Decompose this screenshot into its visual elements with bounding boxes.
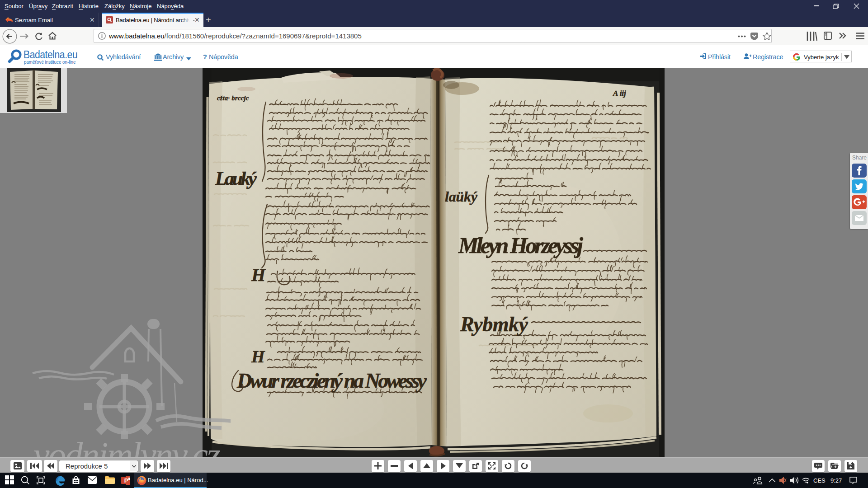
svg-text:Mleyn Horzeyssj: Mleyn Horzeyssj [458,233,584,258]
svg-text:vodnimlyny.cz: vodnimlyny.cz [33,435,221,457]
svg-text:A iij: A iij [613,89,626,98]
svg-text:Dwur rzecziený na Nowessy: Dwur rzecziený na Nowessy [236,369,427,392]
svg-text:Lauký: Lauký [215,168,257,189]
svg-text:H: H [251,347,265,366]
svg-text:H: H [251,265,266,285]
svg-text:cžta· brccjc: cžta· brccjc [217,95,249,102]
svg-text:Rybmký: Rybmký [460,313,528,336]
svg-text:laüký: laüký [445,188,478,205]
svg-text:P: P [124,477,128,484]
